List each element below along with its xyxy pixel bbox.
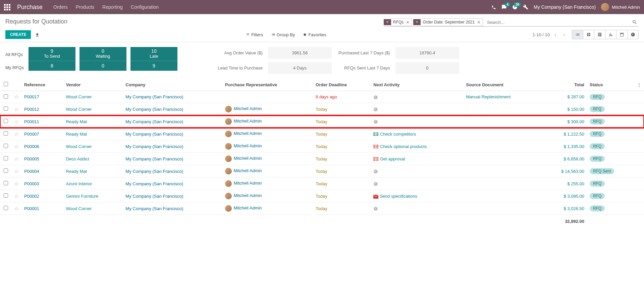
row-checkbox[interactable] (4, 168, 8, 173)
activity-view-button[interactable] (627, 30, 639, 39)
table-row[interactable]: ☆ P00017 Wood Corner My Company (San Fra… (0, 91, 644, 103)
rep-link[interactable]: Mitchell Admin (234, 206, 262, 211)
reference-link[interactable]: P00017 (24, 94, 39, 99)
mail-icon[interactable] (373, 194, 378, 199)
app-brand[interactable]: Purchase (17, 4, 43, 11)
rep-link[interactable]: Mitchell Admin (234, 106, 262, 111)
col-source[interactable]: Source Document (463, 79, 542, 91)
download-button[interactable] (35, 32, 40, 37)
list-view-button[interactable] (572, 30, 583, 39)
pager-text[interactable]: 1-10 / 10 (533, 32, 550, 37)
clock-icon[interactable] (373, 107, 378, 112)
all-rfqs-label[interactable]: All RFQs (5, 52, 24, 57)
company-link[interactable]: My Company (San Francisco) (125, 132, 183, 137)
company-link[interactable]: My Company (San Francisco) (125, 181, 183, 186)
activity-link[interactable]: Send specifications (380, 194, 417, 199)
star-icon[interactable]: ☆ (14, 94, 19, 100)
activities-icon[interactable]: 36 (512, 4, 518, 10)
company-link[interactable]: My Company (San Francisco) (125, 144, 183, 149)
activity-icon[interactable] (373, 156, 379, 161)
row-checkbox[interactable] (4, 193, 8, 198)
reference-link[interactable]: P00002 (24, 194, 39, 199)
clock-icon[interactable] (373, 119, 378, 124)
rep-link[interactable]: Mitchell Admin (234, 193, 262, 198)
star-icon[interactable]: ☆ (14, 144, 19, 149)
menu-products[interactable]: Products (76, 4, 94, 10)
apps-icon[interactable] (4, 4, 10, 10)
col-rep[interactable]: Purchase Representative (222, 79, 313, 91)
reference-link[interactable]: P00005 (24, 156, 39, 161)
rep-link[interactable]: Mitchell Admin (234, 156, 262, 161)
clock-icon[interactable] (373, 181, 378, 186)
clock-icon[interactable] (373, 206, 378, 211)
star-icon[interactable]: ☆ (14, 168, 19, 174)
messages-icon[interactable]: 4 (501, 4, 507, 10)
star-icon[interactable]: ☆ (14, 119, 19, 125)
vendor-link[interactable]: Deco Addict (66, 156, 89, 161)
search-bar[interactable]: RFQs✕ Order Date: September 2021✕ (384, 18, 639, 27)
row-checkbox[interactable] (4, 106, 8, 111)
star-icon[interactable]: ☆ (14, 181, 19, 187)
vendor-link[interactable]: Azure Interior (66, 181, 92, 186)
menu-configuration[interactable]: Configuration (131, 4, 159, 10)
row-checkbox[interactable] (4, 181, 8, 185)
favorites-button[interactable]: Favorites (303, 32, 326, 37)
activity-icon[interactable] (373, 144, 379, 149)
table-row[interactable]: ☆ P00005 Deco Addict My Company (San Fra… (0, 153, 644, 165)
stat-column[interactable]: 10Late9 (130, 47, 177, 71)
pager-next-button[interactable] (561, 32, 567, 38)
facet-remove[interactable]: ✕ (406, 20, 410, 25)
col-reference[interactable]: Reference (21, 79, 63, 91)
rep-link[interactable]: Mitchell Admin (234, 168, 262, 174)
facet-remove[interactable]: ✕ (477, 20, 481, 25)
col-deadline[interactable]: Order Deadline (313, 79, 371, 91)
vendor-link[interactable]: Wood Corner (66, 144, 92, 149)
reference-link[interactable]: P00006 (24, 144, 39, 149)
vendor-link[interactable]: Wood Corner (66, 206, 92, 211)
menu-reporting[interactable]: Reporting (102, 4, 123, 10)
activity-link[interactable]: Check competitors (380, 132, 416, 137)
rep-link[interactable]: Mitchell Admin (234, 131, 262, 136)
phone-icon[interactable] (491, 4, 496, 10)
company-link[interactable]: My Company (San Francisco) (125, 107, 183, 112)
reference-link[interactable]: P00011 (24, 119, 39, 124)
table-row[interactable]: ☆ P00003 Azure Interior My Company (San … (0, 178, 644, 190)
reference-link[interactable]: P00003 (24, 181, 39, 186)
reference-link[interactable]: P00001 (24, 206, 39, 211)
create-button[interactable]: CREATE (5, 30, 31, 39)
pivot-view-button[interactable] (594, 30, 605, 39)
my-rfqs-label[interactable]: My RFQs (5, 65, 24, 70)
search-icon[interactable] (631, 18, 639, 26)
row-checkbox[interactable] (4, 156, 8, 160)
column-options-icon[interactable]: ⋮ (637, 82, 641, 87)
company-link[interactable]: My Company (San Francisco) (125, 169, 183, 174)
row-checkbox[interactable] (4, 206, 8, 210)
table-row[interactable]: ☆ P00007 Ready Mat My Company (San Franc… (0, 128, 644, 140)
search-input[interactable] (484, 18, 631, 26)
vendor-link[interactable]: Gemini Furniture (66, 194, 98, 199)
graph-view-button[interactable] (605, 30, 616, 39)
company-link[interactable]: My Company (San Francisco) (125, 94, 183, 99)
star-icon[interactable]: ☆ (14, 156, 19, 162)
star-icon[interactable]: ☆ (14, 106, 19, 112)
debug-icon[interactable] (523, 4, 528, 10)
rep-link[interactable]: Mitchell Admin (234, 144, 262, 149)
calendar-view-button[interactable] (616, 30, 627, 39)
pager-prev-button[interactable] (552, 32, 558, 38)
star-icon[interactable]: ☆ (14, 206, 19, 211)
col-total[interactable]: Total (542, 79, 587, 91)
row-checkbox[interactable] (4, 119, 8, 123)
company-link[interactable]: My Company (San Francisco) (125, 156, 183, 161)
col-activity[interactable]: Next Activity (371, 79, 463, 91)
activity-icon[interactable] (373, 132, 379, 137)
company-selector[interactable]: My Company (San Francisco) (534, 4, 596, 10)
star-icon[interactable]: ☆ (14, 131, 19, 137)
reference-link[interactable]: P00012 (24, 107, 39, 112)
stat-column[interactable]: 0Waiting0 (79, 47, 126, 71)
table-row[interactable]: ☆ P00001 Wood Corner My Company (San Fra… (0, 202, 644, 215)
clock-icon[interactable] (373, 94, 378, 99)
activity-link[interactable]: Get approval (380, 156, 405, 161)
table-row[interactable]: ☆ P00004 Ready Mat My Company (San Franc… (0, 165, 644, 178)
select-all-checkbox[interactable] (4, 82, 8, 86)
groupby-button[interactable]: Group By (271, 32, 295, 37)
